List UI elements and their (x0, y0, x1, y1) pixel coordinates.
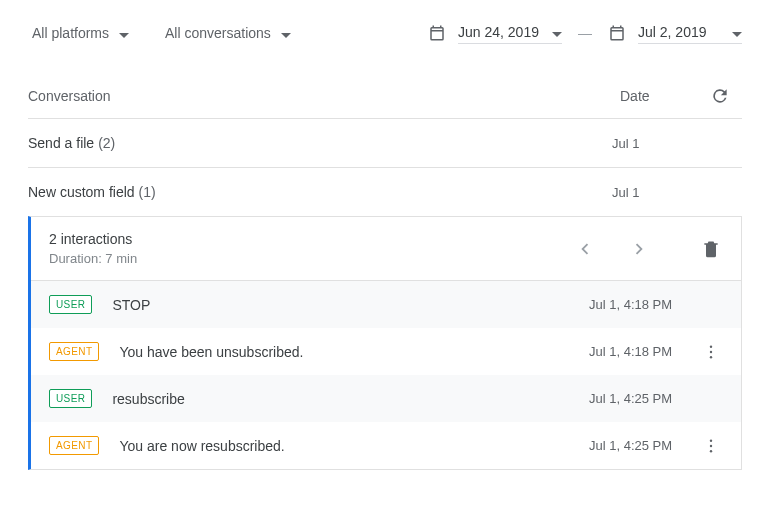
message-text: You are now resubscribed. (119, 438, 284, 454)
date-range: Jun 24, 2019 — Jul 2, 2019 (428, 23, 742, 44)
user-badge: USER (49, 295, 92, 314)
conversation-row[interactable]: Send a file (2) Jul 1 (28, 119, 742, 168)
conversations-dropdown-label: All conversations (165, 25, 271, 41)
interactions-duration: Duration: 7 min (49, 251, 137, 266)
chevron-down-icon (119, 25, 129, 41)
message-time: Jul 1, 4:25 PM (589, 391, 699, 406)
conversation-title: Send a file (28, 135, 94, 151)
conversation-date: Jul 1 (612, 136, 710, 151)
start-date-text: Jun 24, 2019 (458, 24, 544, 40)
message-text: You have been unsubscribed. (119, 344, 303, 360)
chevron-down-icon (281, 25, 291, 41)
calendar-icon (608, 24, 626, 42)
interaction-panel-header: 2 interactions Duration: 7 min (31, 217, 741, 281)
interaction-panel: 2 interactions Duration: 7 min USER STOP… (28, 216, 742, 470)
end-date-field[interactable]: Jul 2, 2019 (638, 23, 742, 44)
column-header-conversation: Conversation (28, 88, 111, 104)
more-button[interactable] (699, 343, 723, 361)
message-row: USER resubscribe Jul 1, 4:25 PM (31, 375, 741, 422)
calendar-icon (428, 24, 446, 42)
svg-point-5 (710, 450, 712, 452)
conversation-date: Jul 1 (612, 185, 710, 200)
prev-button[interactable] (573, 237, 597, 261)
conversation-row[interactable]: New custom field (1) Jul 1 (28, 168, 742, 216)
end-date-text: Jul 2, 2019 (638, 24, 724, 40)
user-badge: USER (49, 389, 92, 408)
message-row: USER STOP Jul 1, 4:18 PM (31, 281, 741, 328)
column-header-date: Date (620, 88, 710, 104)
agent-badge: AGENT (49, 436, 99, 455)
svg-point-1 (710, 350, 712, 352)
chevron-down-icon (732, 23, 742, 41)
message-text: STOP (112, 297, 150, 313)
message-row: AGENT You are now resubscribed. Jul 1, 4… (31, 422, 741, 469)
message-row: AGENT You have been unsubscribed. Jul 1,… (31, 328, 741, 375)
table-header: Conversation Date (28, 76, 742, 119)
more-button[interactable] (699, 437, 723, 455)
svg-point-3 (710, 439, 712, 441)
svg-point-0 (710, 345, 712, 347)
svg-point-4 (710, 444, 712, 446)
conversation-count: (2) (98, 135, 115, 151)
filters-row: All platforms All conversations Jun 24, … (28, 10, 742, 56)
conversations-dropdown[interactable]: All conversations (161, 21, 295, 45)
agent-badge: AGENT (49, 342, 99, 361)
platform-dropdown[interactable]: All platforms (28, 21, 133, 45)
message-text: resubscribe (112, 391, 184, 407)
svg-point-2 (710, 356, 712, 358)
message-time: Jul 1, 4:18 PM (589, 297, 699, 312)
start-date-field[interactable]: Jun 24, 2019 (458, 23, 562, 44)
delete-button[interactable] (701, 239, 721, 259)
refresh-button[interactable] (710, 86, 742, 106)
chevron-down-icon (552, 23, 562, 41)
date-range-separator: — (574, 25, 596, 41)
next-button[interactable] (627, 237, 651, 261)
conversation-title: New custom field (28, 184, 135, 200)
message-time: Jul 1, 4:25 PM (589, 438, 699, 453)
platform-dropdown-label: All platforms (32, 25, 109, 41)
message-time: Jul 1, 4:18 PM (589, 344, 699, 359)
interactions-count: 2 interactions (49, 231, 137, 247)
conversation-count: (1) (139, 184, 156, 200)
